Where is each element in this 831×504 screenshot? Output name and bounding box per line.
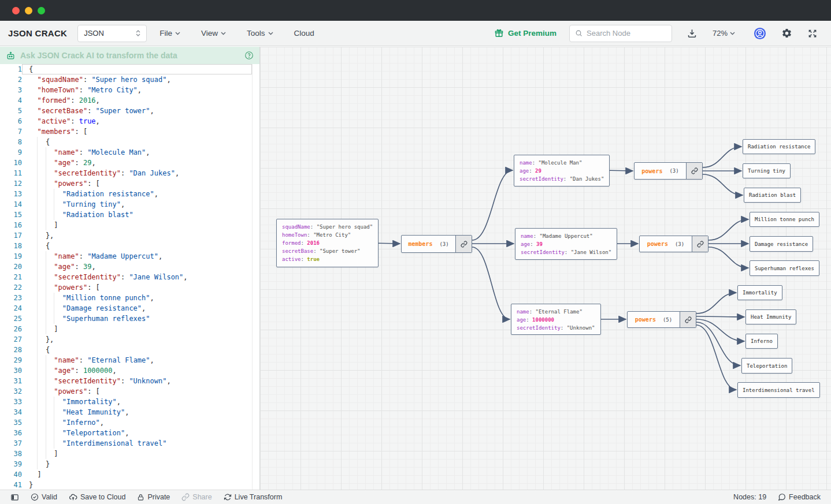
editor-line[interactable]: 32"powers": [ — [0, 386, 259, 397]
graph-node-powers-3[interactable]: powers(5) — [627, 311, 696, 328]
code-editor[interactable]: 1{2"squadName": "Super hero squad",3"hom… — [0, 64, 259, 490]
graph-canvas[interactable]: squadName: "Super hero squad"homeTown: "… — [260, 47, 831, 490]
editor-line[interactable]: 8{ — [0, 137, 259, 147]
editor-line[interactable]: 37"Interdimensional travel" — [0, 438, 259, 449]
graph-node-leaf-1b[interactable]: Turning tiny — [743, 163, 791, 178]
editor-line[interactable]: 26] — [0, 324, 259, 334]
menu-file-label: File — [159, 29, 172, 38]
expand-collapse-button[interactable] — [686, 163, 702, 179]
help-icon[interactable] — [244, 51, 254, 60]
live-transform-toggle[interactable]: Live Transform — [219, 493, 287, 501]
toggle-panel-button[interactable] — [6, 493, 24, 502]
private-button[interactable]: Private — [132, 493, 175, 501]
search-node-box[interactable] — [569, 25, 672, 42]
expand-collapse-button[interactable] — [680, 312, 696, 327]
editor-line[interactable]: 40] — [0, 469, 259, 480]
editor-line[interactable]: 25"Superhuman reflexes" — [0, 313, 259, 324]
editor-line[interactable]: 30"age": 1000000, — [0, 365, 259, 376]
minimize-window-button[interactable] — [25, 7, 32, 14]
editor-line[interactable]: 23"Million tonne punch", — [0, 293, 259, 303]
zoom-window-button[interactable] — [38, 7, 45, 14]
editor-line[interactable]: 35"Inferno", — [0, 417, 259, 428]
editor-line[interactable]: 27}, — [0, 334, 259, 345]
editor-line[interactable]: 38] — [0, 449, 259, 459]
editor-line[interactable]: 11"secretIdentity": "Dan Jukes", — [0, 168, 259, 178]
graph-node-leaf-2c[interactable]: Superhuman reflexes — [750, 260, 819, 276]
zoom-level-select[interactable]: 72% — [707, 25, 740, 42]
graph-node-leaf-3c[interactable]: Inferno — [745, 334, 778, 349]
fullscreen-button[interactable] — [802, 25, 823, 42]
settings-button[interactable] — [776, 25, 797, 42]
editor-line[interactable]: 29"name": "Eternal Flame", — [0, 355, 259, 365]
editor-line[interactable]: 22"powers": [ — [0, 282, 259, 293]
graph-node-leaf-3e[interactable]: Interdimensional travel — [737, 382, 820, 398]
share-button[interactable]: Share — [177, 493, 216, 501]
array-count: (3) — [675, 241, 684, 247]
feedback-icon — [778, 493, 786, 501]
account-button[interactable] — [748, 25, 771, 42]
editor-line[interactable]: 18{ — [0, 241, 259, 251]
editor-line[interactable]: 31"secretIdentity": "Unknown", — [0, 376, 259, 386]
graph-node-member-1[interactable]: name: "Molecule Man"age: 29secretIdentit… — [514, 155, 610, 186]
editor-line[interactable]: 21"secretIdentity": "Jane Wilson", — [0, 272, 259, 282]
graph-node-root[interactable]: squadName: "Super hero squad"homeTown: "… — [276, 219, 379, 267]
editor-line[interactable]: 39} — [0, 459, 259, 469]
link-icon — [697, 241, 704, 248]
editor-line[interactable]: 12"powers": [ — [0, 178, 259, 189]
graph-node-leaf-3d[interactable]: Teleportation — [741, 358, 792, 374]
editor-line[interactable]: 20"age": 39, — [0, 262, 259, 272]
line-number: 2 — [0, 74, 22, 85]
editor-line[interactable]: 9"name": "Molecule Man", — [0, 147, 259, 158]
editor-line[interactable]: 24"Damage resistance", — [0, 303, 259, 313]
format-select[interactable]: JSON — [77, 25, 147, 42]
editor-line[interactable]: 3"homeTown": "Metro City", — [0, 85, 259, 95]
menu-file[interactable]: File — [151, 25, 188, 42]
search-node-input[interactable] — [587, 29, 666, 38]
graph-node-powers-1[interactable]: powers(3) — [634, 162, 703, 180]
graph-node-powers-2[interactable]: powers(3) — [639, 236, 708, 252]
editor-line[interactable]: 16] — [0, 220, 259, 230]
line-number: 6 — [0, 116, 22, 126]
editor-line[interactable]: 1{ — [0, 64, 259, 74]
line-number: 16 — [0, 220, 22, 230]
editor-line[interactable]: 5"secretBase": "Super tower", — [0, 106, 259, 116]
ai-banner[interactable]: Ask JSON Crack AI to transform the data — [0, 47, 259, 64]
graph-node-leaf-1c[interactable]: Radiation blast — [744, 188, 801, 203]
graph-node-leaf-1a[interactable]: Radiation resistance — [743, 139, 815, 154]
editor-line[interactable]: 19"name": "Madame Uppercut", — [0, 251, 259, 262]
editor-line[interactable]: 6"active": true, — [0, 116, 259, 126]
download-image-button[interactable] — [681, 25, 703, 42]
menu-view[interactable]: View — [193, 25, 234, 42]
editor-line[interactable]: 36"Teleportation", — [0, 428, 259, 438]
editor-line[interactable]: 15"Radiation blast" — [0, 210, 259, 220]
editor-line[interactable]: 7"members": [ — [0, 126, 259, 137]
expand-collapse-button[interactable] — [455, 236, 472, 252]
editor-line[interactable]: 28{ — [0, 345, 259, 355]
menu-tools[interactable]: Tools — [239, 25, 281, 42]
feedback-button[interactable]: Feedback — [773, 493, 825, 501]
editor-line[interactable]: 10"age": 29, — [0, 158, 259, 168]
graph-node-leaf-2b[interactable]: Damage resistance — [750, 236, 813, 252]
graph-node-leaf-3a[interactable]: Immortality — [737, 285, 782, 300]
graph-node-member-3[interactable]: name: "Eternal Flame"age: 1000000secretI… — [511, 304, 601, 335]
editor-line[interactable]: 41} — [0, 480, 259, 490]
menu-cloud[interactable]: Cloud — [286, 25, 322, 42]
editor-line[interactable]: 34"Heat Immunity", — [0, 407, 259, 417]
valid-status[interactable]: Valid — [26, 493, 62, 501]
editor-line[interactable]: 33"Immortality", — [0, 397, 259, 407]
graph-node-member-2[interactable]: name: "Madame Uppercut"age: 39secretIden… — [515, 228, 617, 260]
get-premium-button[interactable]: Get Premium — [494, 28, 557, 38]
node-row: name: "Molecule Man" — [520, 159, 604, 167]
editor-line[interactable]: 4"formed": 2016, — [0, 95, 259, 106]
close-window-button[interactable] — [12, 7, 20, 14]
editor-line[interactable]: 2"squadName": "Super hero squad", — [0, 74, 259, 85]
expand-collapse-button[interactable] — [692, 236, 708, 252]
graph-node-leaf-3b[interactable]: Heat Immunity — [745, 309, 796, 324]
graph-node-leaf-2a[interactable]: Million tonne punch — [750, 212, 819, 227]
editor-line[interactable]: 13"Radiation resistance", — [0, 189, 259, 199]
editor-line[interactable]: 14"Turning tiny", — [0, 199, 259, 210]
graph-node-members[interactable]: members(3) — [401, 235, 472, 253]
save-to-cloud-button[interactable]: Save to Cloud — [64, 493, 131, 502]
nodes-count-label: Nodes: 19 — [733, 493, 766, 501]
editor-line[interactable]: 17}, — [0, 230, 259, 241]
